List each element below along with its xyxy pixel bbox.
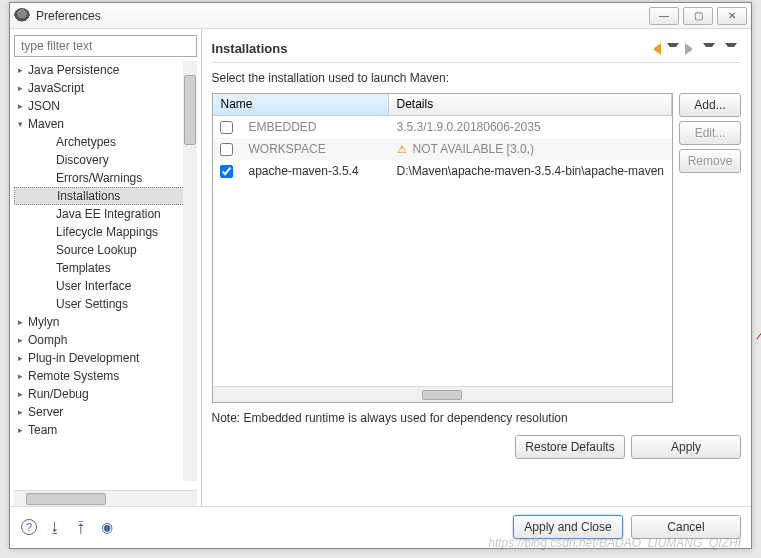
tree-item-java-persistence[interactable]: ▸Java Persistence [14, 61, 197, 79]
tree-item-label: Installations [57, 189, 120, 203]
preferences-window: Preferences — ▢ ✕ ▸Java Persistence▸Java… [9, 2, 752, 549]
column-name[interactable]: Name [213, 94, 389, 115]
tree-item-user-settings[interactable]: User Settings [14, 295, 197, 313]
main-panel: Installations Select the installation us… [202, 29, 751, 506]
app-icon [14, 8, 30, 24]
tree-item-mylyn[interactable]: ▸Mylyn [14, 313, 197, 331]
tree-item-oomph[interactable]: ▸Oomph [14, 331, 197, 349]
preference-tree[interactable]: ▸Java Persistence▸JavaScript▸JSON▾MavenA… [14, 61, 197, 490]
tree-item-label: Team [28, 423, 57, 437]
table-row[interactable]: WORKSPACE⚠ NOT AVAILABLE [3.0,) [213, 138, 672, 160]
tree-item-label: Java Persistence [28, 63, 119, 77]
tree-item-maven[interactable]: ▾Maven [14, 115, 197, 133]
tree-item-source-lookup[interactable]: Source Lookup [14, 241, 197, 259]
table-horizontal-scrollbar[interactable] [213, 386, 672, 402]
edit-button[interactable]: Edit... [679, 121, 741, 145]
apply-button[interactable]: Apply [631, 435, 741, 459]
maximize-button[interactable]: ▢ [683, 7, 713, 25]
import-icon[interactable]: ⭳ [46, 518, 64, 536]
page-header: Installations [212, 35, 741, 63]
tree-item-team[interactable]: ▸Team [14, 421, 197, 439]
expand-icon[interactable]: ▸ [18, 101, 28, 111]
window-controls: — ▢ ✕ [645, 7, 747, 25]
note-text: Note: Embedded runtime is always used fo… [212, 411, 741, 425]
tree-item-label: Discovery [56, 153, 109, 167]
tree-item-label: JavaScript [28, 81, 84, 95]
cell-name: apache-maven-3.5.4 [241, 164, 389, 178]
tree-item-label: Run/Debug [28, 387, 89, 401]
tree-item-label: Lifecycle Mappings [56, 225, 158, 239]
column-details[interactable]: Details [389, 94, 672, 115]
expand-icon[interactable]: ▸ [18, 407, 28, 417]
collapse-icon[interactable]: ▾ [18, 119, 28, 129]
forward-icon[interactable] [685, 43, 697, 55]
tree-item-label: Errors/Warnings [56, 171, 142, 185]
tree-item-errors-warnings[interactable]: Errors/Warnings [14, 169, 197, 187]
tree-item-label: User Settings [56, 297, 128, 311]
expand-icon[interactable]: ▸ [18, 389, 28, 399]
tree-item-javascript[interactable]: ▸JavaScript [14, 79, 197, 97]
tree-item-label: Remote Systems [28, 369, 119, 383]
tree-horizontal-scrollbar[interactable] [14, 490, 197, 506]
row-checkbox[interactable] [220, 121, 233, 134]
minimize-button[interactable]: — [649, 7, 679, 25]
page-footer-buttons: Restore Defaults Apply [212, 435, 741, 459]
expand-icon[interactable]: ▸ [18, 425, 28, 435]
expand-icon[interactable]: ▸ [18, 371, 28, 381]
tree-item-label: User Interface [56, 279, 131, 293]
tree-item-label: Maven [28, 117, 64, 131]
tree-item-server[interactable]: ▸Server [14, 403, 197, 421]
close-button[interactable]: ✕ [717, 7, 747, 25]
add-button[interactable]: Add... [679, 93, 741, 117]
expand-icon[interactable]: ▸ [18, 353, 28, 363]
filter-input[interactable] [14, 35, 197, 57]
tree-item-discovery[interactable]: Discovery [14, 151, 197, 169]
tree-item-label: Mylyn [28, 315, 59, 329]
tree-item-remote-systems[interactable]: ▸Remote Systems [14, 367, 197, 385]
table-row[interactable]: EMBEDDED 3.5.3/1.9.0.20180606-2035 [213, 116, 672, 138]
back-dropdown-icon[interactable] [667, 43, 679, 55]
menu-dropdown-icon[interactable] [725, 43, 737, 55]
tree-item-java-ee-integration[interactable]: Java EE Integration [14, 205, 197, 223]
tree-item-label: JSON [28, 99, 60, 113]
page-description: Select the installation used to launch M… [212, 71, 741, 85]
installations-table: Name Details EMBEDDED 3.5.3/1.9.0.201806… [212, 93, 673, 403]
page-title: Installations [212, 41, 649, 56]
tree-vertical-scrollbar[interactable] [183, 61, 197, 481]
row-checkbox[interactable] [220, 143, 233, 156]
side-buttons: Add... Edit... Remove [679, 93, 741, 403]
svg-line-0 [757, 164, 761, 339]
table-header: Name Details [213, 94, 672, 116]
apply-and-close-button[interactable]: Apply and Close [513, 515, 623, 539]
expand-icon[interactable]: ▸ [18, 335, 28, 345]
back-icon[interactable] [649, 43, 661, 55]
tree-item-label: Server [28, 405, 63, 419]
help-icon[interactable]: ? [20, 518, 38, 536]
restore-defaults-button[interactable]: Restore Defaults [515, 435, 625, 459]
table-body: EMBEDDED 3.5.3/1.9.0.20180606-2035WORKSP… [213, 116, 672, 182]
forward-dropdown-icon[interactable] [703, 43, 715, 55]
export-icon[interactable]: ⭱ [72, 518, 90, 536]
tree-item-json[interactable]: ▸JSON [14, 97, 197, 115]
expand-icon[interactable]: ▸ [18, 317, 28, 327]
content-area: ▸Java Persistence▸JavaScript▸JSON▾MavenA… [10, 29, 751, 506]
tree-item-user-interface[interactable]: User Interface [14, 277, 197, 295]
row-checkbox[interactable] [220, 165, 233, 178]
tree-item-plug-in-development[interactable]: ▸Plug-in Development [14, 349, 197, 367]
expand-icon[interactable]: ▸ [18, 83, 28, 93]
tree-item-templates[interactable]: Templates [14, 259, 197, 277]
record-icon[interactable]: ◉ [98, 518, 116, 536]
tree-item-lifecycle-mappings[interactable]: Lifecycle Mappings [14, 223, 197, 241]
tree-item-label: Java EE Integration [56, 207, 161, 221]
warning-icon: ⚠ [397, 143, 407, 156]
expand-icon[interactable]: ▸ [18, 65, 28, 75]
cancel-button[interactable]: Cancel [631, 515, 741, 539]
tree-item-run-debug[interactable]: ▸Run/Debug [14, 385, 197, 403]
tree-item-installations[interactable]: Installations [14, 187, 197, 205]
remove-button[interactable]: Remove [679, 149, 741, 173]
tree-item-archetypes[interactable]: Archetypes [14, 133, 197, 151]
table-row[interactable]: apache-maven-3.5.4 D:\Maven\apache-maven… [213, 160, 672, 182]
tree-item-label: Oomph [28, 333, 67, 347]
watermark: https://blog.csdn.net/BADAO_LIUMANG_QIZH… [488, 536, 741, 550]
sidebar: ▸Java Persistence▸JavaScript▸JSON▾MavenA… [10, 29, 202, 506]
